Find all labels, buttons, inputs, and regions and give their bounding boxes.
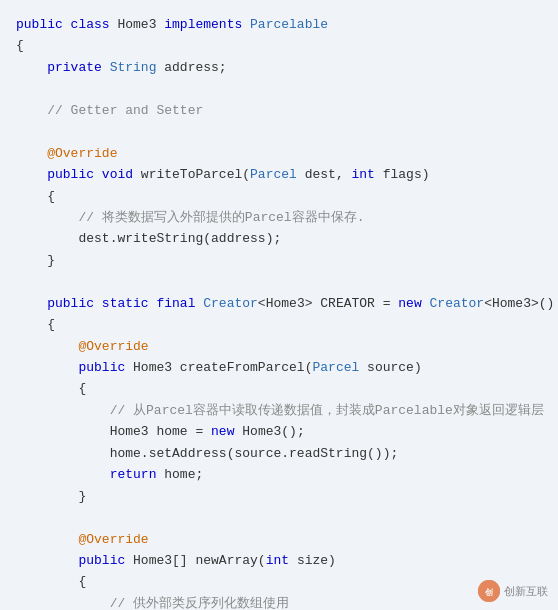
code-line: @Override: [16, 336, 542, 357]
code-line: dest.writeString(address);: [16, 228, 542, 249]
code-token: [16, 210, 78, 225]
code-token: createFromParcel(: [172, 360, 312, 375]
code-token: final: [156, 296, 203, 311]
code-container: public class Home3 implements Parcelable…: [0, 0, 558, 610]
code-token: static: [102, 296, 157, 311]
code-line: {: [16, 35, 542, 56]
code-token: <: [484, 296, 492, 311]
code-token: Home3: [266, 296, 305, 311]
watermark-text: 创新互联: [504, 584, 548, 599]
code-token: void: [102, 167, 141, 182]
code-line: public void writeToParcel(Parcel dest, i…: [16, 164, 542, 185]
code-token: Home3[]: [133, 553, 195, 568]
code-token: Home3: [492, 296, 531, 311]
code-token: }: [16, 489, 86, 504]
code-token: [16, 231, 78, 246]
code-line: {: [16, 186, 542, 207]
code-line: {: [16, 378, 542, 399]
code-token: size): [289, 553, 336, 568]
code-token: Creator: [203, 296, 258, 311]
code-token: Parcel: [250, 167, 297, 182]
code-token: String: [110, 60, 165, 75]
code-token: [16, 296, 47, 311]
code-line: // 供外部类反序列化数组使用: [16, 593, 542, 610]
code-token: Parcelable: [250, 17, 328, 32]
code-token: Home3();: [242, 424, 304, 439]
code-line: public Home3 createFromParcel(Parcel sou…: [16, 357, 542, 378]
code-token: [16, 403, 110, 418]
code-line: }: [16, 486, 542, 507]
code-line: [16, 121, 542, 142]
code-token: >(): [531, 296, 554, 311]
code-token: [16, 103, 47, 118]
code-token: new: [398, 296, 429, 311]
code-token: {: [16, 38, 24, 53]
code-token: source): [359, 360, 421, 375]
code-block: public class Home3 implements Parcelable…: [0, 10, 558, 610]
code-line: [16, 271, 542, 292]
code-token: new: [211, 424, 242, 439]
code-line: {: [16, 571, 542, 592]
code-token: [16, 146, 47, 161]
code-token: return: [110, 467, 165, 482]
code-token: {: [16, 317, 55, 332]
code-token: [16, 446, 110, 461]
code-token: flags): [375, 167, 430, 182]
code-token: home.setAddress(source.readString());: [110, 446, 399, 461]
code-token: class: [71, 17, 118, 32]
code-line: @Override: [16, 529, 542, 550]
code-token: [16, 596, 110, 610]
code-token: dest,: [297, 167, 352, 182]
watermark-logo: 创: [478, 580, 500, 602]
code-line: public static final Creator<Home3> CREAT…: [16, 293, 542, 314]
code-line: home.setAddress(source.readString());: [16, 443, 542, 464]
code-line: // Getter and Setter: [16, 100, 542, 121]
svg-text:创: 创: [484, 588, 493, 597]
code-token: implements: [164, 17, 250, 32]
code-token: home =: [149, 424, 211, 439]
code-token: Home3: [117, 17, 164, 32]
code-token: home;: [164, 467, 203, 482]
code-token: public: [47, 296, 102, 311]
code-token: // 供外部类反序列化数组使用: [110, 596, 289, 610]
code-line: // 从Parcel容器中读取传递数据值，封装成Parcelable对象返回逻辑…: [16, 400, 542, 421]
code-token: {: [16, 381, 86, 396]
code-token: [16, 553, 78, 568]
code-line: @Override: [16, 143, 542, 164]
code-line: public class Home3 implements Parcelable: [16, 14, 542, 35]
code-token: [16, 532, 78, 547]
code-token: public: [78, 553, 133, 568]
code-line: return home;: [16, 464, 542, 485]
code-token: > CREATOR =: [305, 296, 399, 311]
code-token: <: [258, 296, 266, 311]
code-token: @Override: [78, 339, 148, 354]
code-line: Home3 home = new Home3();: [16, 421, 542, 442]
code-token: [16, 60, 47, 75]
code-line: {: [16, 314, 542, 335]
code-token: {: [16, 189, 55, 204]
code-token: Creator: [430, 296, 485, 311]
code-token: // 从Parcel容器中读取传递数据值，封装成Parcelable对象返回逻辑…: [110, 403, 544, 418]
code-token: [16, 424, 110, 439]
code-token: private: [47, 60, 109, 75]
code-token: [16, 167, 47, 182]
code-line: private String address;: [16, 57, 542, 78]
code-token: [16, 467, 110, 482]
code-token: [16, 339, 78, 354]
code-token: int: [266, 553, 289, 568]
code-line: [16, 78, 542, 99]
code-token: Home3: [133, 360, 172, 375]
code-token: public: [78, 360, 133, 375]
code-token: @Override: [47, 146, 117, 161]
code-line: [16, 507, 542, 528]
code-token: {: [16, 574, 86, 589]
code-token: // 将类数据写入外部提供的Parcel容器中保存.: [78, 210, 364, 225]
code-token: public: [47, 167, 102, 182]
code-token: public: [16, 17, 71, 32]
code-line: }: [16, 250, 542, 271]
code-token: address;: [164, 60, 226, 75]
code-token: newArray(: [195, 553, 265, 568]
code-token: [16, 360, 78, 375]
code-line: public Home3[] newArray(int size): [16, 550, 542, 571]
code-token: // Getter and Setter: [47, 103, 203, 118]
